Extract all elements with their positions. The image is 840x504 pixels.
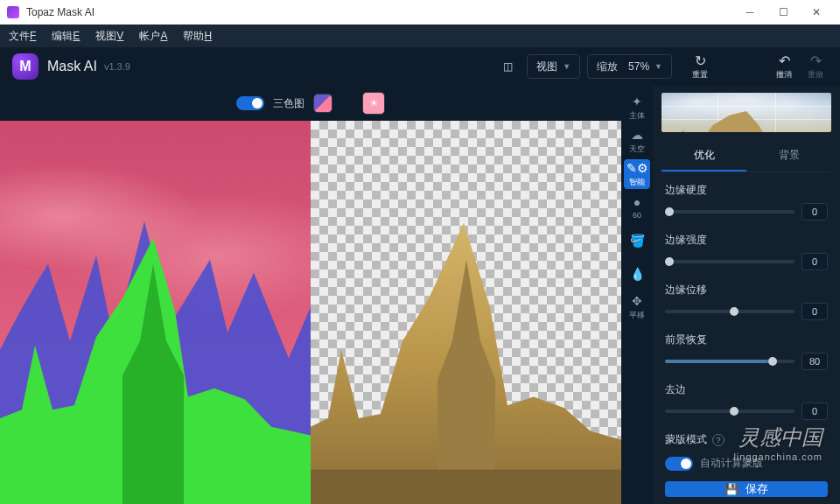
- menubar: 文件F 编辑E 视图V 帐户A 帮助H: [0, 24, 840, 47]
- undo-button[interactable]: ↶撤消: [772, 54, 796, 79]
- slider-fg-recovery: 前景恢复 80: [665, 332, 828, 370]
- menu-file[interactable]: 文件F: [9, 29, 36, 44]
- maximize-button[interactable]: ☐: [766, 0, 800, 24]
- window-title: Topaz Mask AI: [26, 6, 94, 18]
- tool-pan[interactable]: ✥平移: [624, 292, 650, 322]
- close-button[interactable]: ✕: [800, 0, 833, 24]
- zoom-dropdown[interactable]: 缩放57%▼: [587, 54, 672, 79]
- redo-button[interactable]: ↷重做: [803, 54, 828, 79]
- tool-sky[interactable]: ☁天空: [624, 126, 650, 156]
- auto-compute-row: 自动计算蒙版: [653, 456, 840, 471]
- slider-edge-hardness: 边缘硬度 0: [665, 183, 828, 220]
- minimize-button[interactable]: ─: [733, 0, 766, 24]
- trimap-toggle[interactable]: [236, 96, 264, 110]
- panel-tabs: 优化 背景: [662, 141, 831, 172]
- tool-fill[interactable]: 🪣: [624, 226, 650, 256]
- view-dropdown[interactable]: 视图▼: [527, 54, 580, 79]
- result-pane[interactable]: [311, 121, 621, 504]
- preview-thumbnail[interactable]: [662, 93, 831, 132]
- slider-edge-strength: 边缘强度 0: [665, 233, 828, 270]
- vertical-toolbar: ✦主体 ☁天空 ✎⚙智能 ●60 🪣 💧 ✥平移: [621, 86, 653, 504]
- right-panel: 优化 背景 边缘硬度 0 边缘强度 0 边缘位移 0 前景恢复 80 去边 0: [653, 86, 840, 504]
- save-button[interactable]: 💾保存: [665, 481, 828, 497]
- tab-optimize[interactable]: 优化: [662, 141, 746, 172]
- menu-help[interactable]: 帮助H: [183, 29, 212, 44]
- trimap-pane[interactable]: [0, 121, 311, 504]
- menu-view[interactable]: 视图V: [95, 29, 123, 44]
- appbar: M Mask AI v1.3.9 ◫ 视图▼ 缩放57%▼ ↻重置 ↶撤消 ↷重…: [0, 47, 840, 86]
- app-version: v1.3.9: [104, 61, 130, 72]
- reset-button[interactable]: ↻重置: [688, 54, 712, 79]
- canvas-area: 三色图 ☀: [0, 86, 621, 504]
- app-icon: M: [12, 53, 38, 80]
- menu-account[interactable]: 帐户A: [139, 29, 167, 44]
- menu-edit[interactable]: 编辑E: [52, 29, 80, 44]
- svg-rect-0: [311, 470, 621, 504]
- slider-edge-offset: 边缘位移 0: [665, 283, 828, 320]
- swatch-mask-icon[interactable]: ☀: [362, 92, 385, 115]
- tool-smart[interactable]: ✎⚙智能: [624, 159, 650, 189]
- tool-brush-size[interactable]: ●60: [624, 192, 650, 222]
- swatch-trimap-icon[interactable]: [313, 94, 332, 113]
- tab-background[interactable]: 背景: [746, 141, 831, 172]
- canvas-toolbar: 三色图 ☀: [0, 86, 621, 121]
- mask-mode-row[interactable]: 蒙版模式?: [653, 424, 840, 456]
- app-logo-icon: [7, 6, 19, 18]
- trimap-label: 三色图: [273, 96, 304, 111]
- slider-defringe: 去边 0: [665, 382, 828, 420]
- tool-dropper[interactable]: 💧: [624, 259, 650, 289]
- titlebar: Topaz Mask AI ─ ☐ ✕: [0, 0, 840, 24]
- save-icon: 💾: [724, 483, 738, 496]
- app-name: Mask AI: [47, 59, 97, 74]
- auto-compute-toggle[interactable]: [665, 457, 693, 471]
- tool-subject[interactable]: ✦主体: [624, 93, 650, 122]
- split-view-icon[interactable]: ◫: [495, 54, 520, 79]
- help-icon[interactable]: ?: [712, 434, 724, 446]
- slider-group: 边缘硬度 0 边缘强度 0 边缘位移 0 前景恢复 80 去边 0: [653, 172, 840, 424]
